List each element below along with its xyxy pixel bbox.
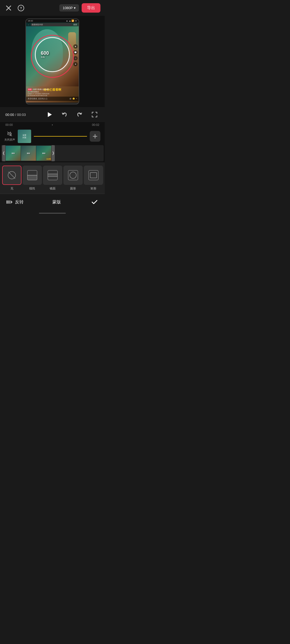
ruler-mid: • <box>52 123 53 126</box>
comment-area: 美语结善述, 忠言伤人心 @😊+ <box>26 97 79 101</box>
top-bar-right: 1080P ▾ 导出 <box>59 3 100 13</box>
timeline-ruler: 00:00 • 00:02 <box>0 122 105 127</box>
timeline-progress <box>34 134 87 139</box>
svg-marker-4 <box>48 112 52 117</box>
export-button[interactable]: 导出 <box>82 3 100 13</box>
svg-rect-21 <box>6 200 8 204</box>
mask-circle-label: 圆形 <box>70 186 76 191</box>
fullscreen-button[interactable] <box>90 110 99 119</box>
mask-linear-label: 线性 <box>29 186 35 191</box>
svg-rect-12 <box>27 175 37 180</box>
svg-rect-16 <box>48 174 57 177</box>
yellow-progress-line <box>34 136 87 137</box>
mask-linear-box[interactable] <box>23 166 42 185</box>
add-clip-button[interactable] <box>90 131 100 142</box>
strip-frame-3: 600 3:05 <box>36 146 51 161</box>
comment-icon: 💬 <box>73 50 78 54</box>
mask-option-linear[interactable]: 线性 <box>23 166 42 191</box>
svg-marker-23 <box>10 200 13 204</box>
strip-handle-left[interactable] <box>2 145 5 161</box>
time-display: 00:00 / 00:03 <box>5 113 26 117</box>
status-icons: ▲ ☁ 📶 32 <box>66 20 77 22</box>
playback-controls: 00:00 / 00:03 <box>0 107 105 122</box>
star-icon: ✦ <box>73 62 78 66</box>
frame1-price: 600 <box>12 152 15 154</box>
svg-rect-20 <box>90 173 97 178</box>
resolution-button[interactable]: 1080P ▾ <box>59 4 79 12</box>
mask-options: 无 线性 镜面 <box>0 166 105 194</box>
right-actions: ♥ 💬 ☆ ✦ <box>73 44 78 66</box>
share-icon: ☆ <box>73 56 78 60</box>
mask-option-none[interactable]: 无 <box>2 166 21 191</box>
ruler-end: 00:02 <box>92 123 99 126</box>
mask-rect-box[interactable] <box>84 166 103 185</box>
mask-none-box[interactable] <box>2 166 21 185</box>
svg-line-9 <box>9 172 15 178</box>
search-text: 搜索精彩内容 <box>31 23 72 26</box>
mask-rect-label: 矩形 <box>90 186 96 191</box>
panel-title: 蒙版 <box>52 199 61 205</box>
frame3-price: 600 <box>42 152 45 154</box>
mask-selector: 无 线性 镜面 <box>0 162 105 194</box>
mask-option-circle[interactable]: 圆形 <box>63 166 83 191</box>
frame2-price: 600 <box>27 152 30 154</box>
strip-frame-1: 600 <box>6 146 21 161</box>
audio-label: 关闭原声 <box>4 138 15 142</box>
preview-area: 18:32 ▲ ☁ 📶 32 ← 搜索精彩内容 搜索 <box>0 16 105 107</box>
audio-track: 关闭原声 设置 封面 <box>0 127 105 145</box>
reverse-icon <box>5 198 13 206</box>
user-tag: 购物 | 棉柔巾数量让这逛脑巾 @小棉袄旗舰店 #逻辑巾 #一次性逻辑巾 #面料… <box>28 88 49 97</box>
timeline-area: 00:00 • 00:02 关闭原声 设置 封面 <box>0 122 105 162</box>
strip-duration: 3:05 <box>46 158 51 160</box>
current-time: 00:00 <box>5 113 14 117</box>
circle-mask-overlay <box>35 37 70 72</box>
cover-thumbnail[interactable]: 设置 封面 <box>18 130 31 143</box>
play-button[interactable] <box>45 110 54 119</box>
ruler-start: 00:00 <box>5 123 13 126</box>
svg-rect-22 <box>8 200 10 204</box>
strip-frame-2: 600 <box>21 146 36 161</box>
mask-mirror-box[interactable] <box>43 166 62 185</box>
mask-option-rect[interactable]: 矩形 <box>84 166 103 191</box>
top-bar-left: ? <box>4 4 25 12</box>
mask-none-label: 无 <box>10 186 13 191</box>
scroll-indicator <box>39 213 66 214</box>
strip-handle-right[interactable] <box>52 145 55 161</box>
total-time: 00:03 <box>17 113 26 117</box>
mask-mirror-label: 镜面 <box>50 186 56 191</box>
price-display: 600 元/包 <box>41 50 49 58</box>
svg-point-18 <box>70 172 76 178</box>
phone-content: ← 搜索精彩内容 搜索 600 元/包 <box>26 23 79 103</box>
like-icon: ♥ <box>73 44 78 49</box>
audio-control[interactable]: 关闭原声 <box>4 131 15 142</box>
phone-status-bar: 18:32 ▲ ☁ 📶 32 <box>26 19 79 23</box>
top-bar: ? 1080P ▾ 导出 <box>0 0 105 16</box>
reverse-control[interactable]: 反转 <box>5 198 24 206</box>
resolution-label: 1080P <box>63 6 73 10</box>
resolution-arrow-icon: ▾ <box>74 6 76 10</box>
phone-frame: 18:32 ▲ ☁ 📶 32 ← 搜索精彩内容 搜索 <box>26 19 79 104</box>
undo-button[interactable] <box>60 110 69 119</box>
redo-button[interactable] <box>75 110 84 119</box>
bottom-bar: 反转 蒙版 <box>0 194 105 210</box>
help-button[interactable]: ? <box>17 4 25 12</box>
mask-option-mirror[interactable]: 镜面 <box>43 166 62 191</box>
mask-circle-box[interactable] <box>63 166 83 185</box>
control-buttons <box>45 110 99 119</box>
status-time: 18:32 <box>28 20 33 22</box>
reverse-label: 反转 <box>15 199 24 205</box>
video-strip-wrapper: 600 600 600 3:05 <box>0 145 105 161</box>
svg-text:?: ? <box>20 6 22 10</box>
close-button[interactable] <box>4 4 13 12</box>
confirm-button[interactable] <box>90 197 99 207</box>
video-strip[interactable]: 600 600 600 3:05 <box>1 145 104 161</box>
